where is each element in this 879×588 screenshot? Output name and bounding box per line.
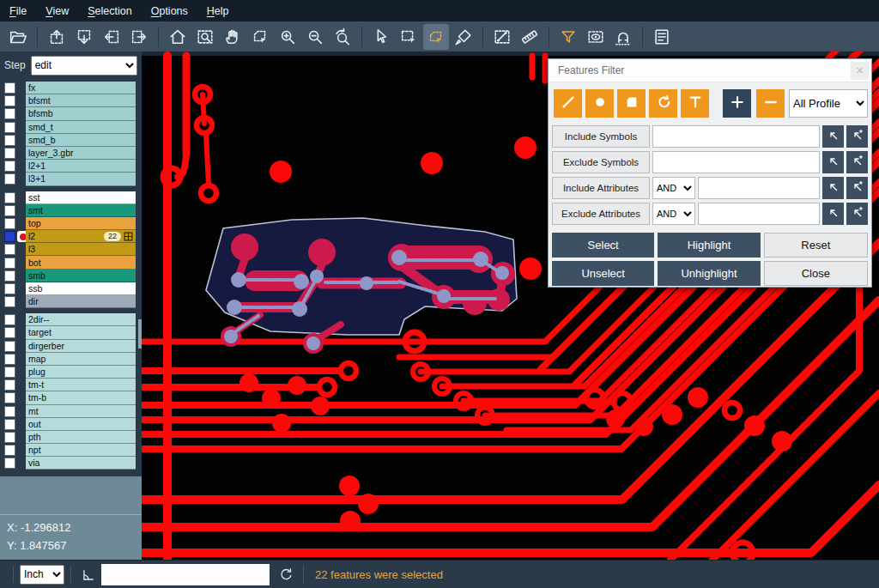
- layer-list-scrollbar[interactable]: [138, 319, 142, 349]
- pad-feature-button[interactable]: [585, 89, 614, 118]
- layer-name-chip[interactable]: smt: [26, 204, 136, 217]
- exclude-attributes-input[interactable]: [698, 203, 820, 225]
- layer-name-chip[interactable]: map: [26, 353, 136, 366]
- menu-view[interactable]: View: [36, 0, 78, 21]
- layer-name-chip[interactable]: bfsmb: [26, 107, 136, 120]
- paint-brush-button[interactable]: [451, 24, 476, 50]
- dialog-titlebar[interactable]: Features Filter ✕: [549, 59, 871, 82]
- layer-checkbox-tm-t[interactable]: [4, 379, 15, 391]
- remove-feature-type-button[interactable]: [756, 89, 785, 118]
- close-button[interactable]: Close: [764, 261, 868, 286]
- layer-name-chip[interactable]: top: [26, 217, 136, 230]
- layer-name-chip[interactable]: l222: [26, 230, 136, 243]
- select-rect-button[interactable]: [396, 24, 421, 50]
- layer-checkbox-smt[interactable]: [4, 205, 15, 216]
- layer-checkbox-bfsmt[interactable]: [4, 95, 15, 106]
- select-polygon-button[interactable]: [423, 24, 449, 50]
- layer-checkbox-dir[interactable]: [4, 296, 15, 307]
- layer-checkbox-bot[interactable]: [4, 258, 15, 269]
- select-button[interactable]: Select: [552, 233, 654, 258]
- step-select[interactable]: edit: [31, 56, 137, 76]
- layer-name-chip[interactable]: mt: [26, 405, 136, 418]
- measure-distance-button[interactable]: [489, 24, 515, 50]
- refresh-icon[interactable]: [275, 563, 297, 585]
- exclude-symbols-button[interactable]: Exclude Symbols: [552, 151, 650, 173]
- include-symbols-input[interactable]: [652, 125, 820, 148]
- layer-checkbox-2dir--[interactable]: [4, 314, 15, 325]
- pick-add-from-canvas-button[interactable]: [846, 203, 868, 225]
- layer-name-chip[interactable]: tm-b: [26, 391, 136, 404]
- layer-name-chip[interactable]: smd_b: [26, 134, 136, 147]
- include-attributes-operator-select[interactable]: AND: [652, 177, 695, 199]
- select-arrow-button[interactable]: [368, 24, 394, 50]
- pan-right-button[interactable]: [126, 24, 152, 50]
- layer-checkbox-top[interactable]: [4, 218, 15, 229]
- pick-add-from-canvas-button[interactable]: [846, 125, 868, 148]
- pick-from-canvas-button[interactable]: [822, 177, 844, 199]
- include-attributes-button[interactable]: Include Attributes: [552, 177, 650, 199]
- layer-checkbox-ssb[interactable]: [4, 283, 15, 294]
- layer-name-chip[interactable]: target: [26, 326, 136, 339]
- layer-name-chip[interactable]: l3+1: [26, 173, 136, 185]
- angle-measure-icon[interactable]: [77, 563, 100, 585]
- menu-options[interactable]: Options: [142, 0, 197, 21]
- layer-name-chip[interactable]: dir: [26, 295, 136, 308]
- layer-checkbox-target[interactable]: [4, 327, 15, 338]
- layer-checkbox-bfsmb[interactable]: [4, 108, 15, 119]
- unselect-button[interactable]: Unselect: [552, 261, 654, 286]
- layer-checkbox-tm-b[interactable]: [4, 392, 15, 403]
- layer-checkbox-map[interactable]: [4, 354, 15, 365]
- layer-name-chip[interactable]: out: [26, 418, 136, 431]
- layer-name-chip[interactable]: l3: [26, 243, 136, 256]
- layer-name-chip[interactable]: npt: [26, 444, 136, 457]
- include-attributes-input[interactable]: [698, 177, 820, 199]
- pick-from-canvas-button[interactable]: [822, 151, 844, 173]
- snap-magnet-button[interactable]: [610, 24, 636, 50]
- layer-name-chip[interactable]: dirgerber: [26, 340, 136, 353]
- layer-name-chip[interactable]: bfsmt: [26, 94, 136, 107]
- layer-name-chip[interactable]: tm-t: [26, 379, 136, 391]
- unhighlight-button[interactable]: Unhighlight: [658, 261, 760, 286]
- layer-checkbox-mt[interactable]: [4, 406, 15, 417]
- zoom-out-button[interactable]: [302, 24, 328, 50]
- exclude-symbols-input[interactable]: [652, 151, 820, 173]
- pan-up-button[interactable]: [44, 24, 70, 50]
- layer-checkbox-l2[interactable]: [4, 231, 15, 242]
- layer-name-chip[interactable]: plug: [26, 366, 136, 379]
- layer-name-chip[interactable]: l2+1: [26, 160, 136, 173]
- zoom-previous-button[interactable]: [330, 24, 355, 50]
- highlight-button[interactable]: Highlight: [658, 233, 760, 258]
- home-view-button[interactable]: [165, 24, 191, 50]
- layer-name-chip[interactable]: ssb: [26, 282, 136, 295]
- line-feature-button[interactable]: [554, 89, 582, 118]
- layer-checkbox-plug[interactable]: [4, 367, 15, 378]
- layer-name-chip[interactable]: sst: [26, 191, 136, 204]
- layer-checkbox-sst[interactable]: [4, 192, 15, 203]
- exclude-attributes-operator-select[interactable]: AND: [652, 203, 695, 225]
- grid-icon[interactable]: [124, 232, 133, 241]
- layer-checkbox-npt[interactable]: [4, 445, 15, 456]
- profile-select[interactable]: All Profile: [789, 89, 868, 118]
- zoom-polygon-button[interactable]: [247, 24, 273, 50]
- pan-left-button[interactable]: [99, 24, 124, 50]
- view-options-button[interactable]: [583, 24, 609, 50]
- reset-button[interactable]: Reset: [764, 233, 868, 258]
- layer-checkbox-l3[interactable]: [4, 244, 15, 255]
- surface-feature-button[interactable]: [617, 89, 646, 118]
- pick-from-canvas-button[interactable]: [822, 203, 844, 225]
- zoom-window-button[interactable]: [192, 24, 218, 50]
- layer-name-chip[interactable]: fx: [26, 82, 136, 94]
- layer-name-chip[interactable]: smd_t: [26, 121, 136, 134]
- arc-feature-button[interactable]: [649, 89, 677, 118]
- include-symbols-button[interactable]: Include Symbols: [552, 125, 650, 148]
- pick-add-from-canvas-button[interactable]: [846, 177, 868, 199]
- layer-checkbox-dirgerber[interactable]: [4, 341, 15, 352]
- layer-checkbox-layer_3.gbr[interactable]: [4, 148, 15, 159]
- ruler-button[interactable]: [517, 24, 543, 50]
- unit-select[interactable]: Inch: [20, 565, 64, 585]
- layers-panel-button[interactable]: [649, 24, 675, 50]
- layer-checkbox-l2+1[interactable]: [4, 161, 15, 172]
- layer-checkbox-smb[interactable]: [4, 270, 15, 282]
- layer-name-chip[interactable]: 2dir--: [26, 313, 136, 326]
- layer-checkbox-out[interactable]: [4, 419, 15, 430]
